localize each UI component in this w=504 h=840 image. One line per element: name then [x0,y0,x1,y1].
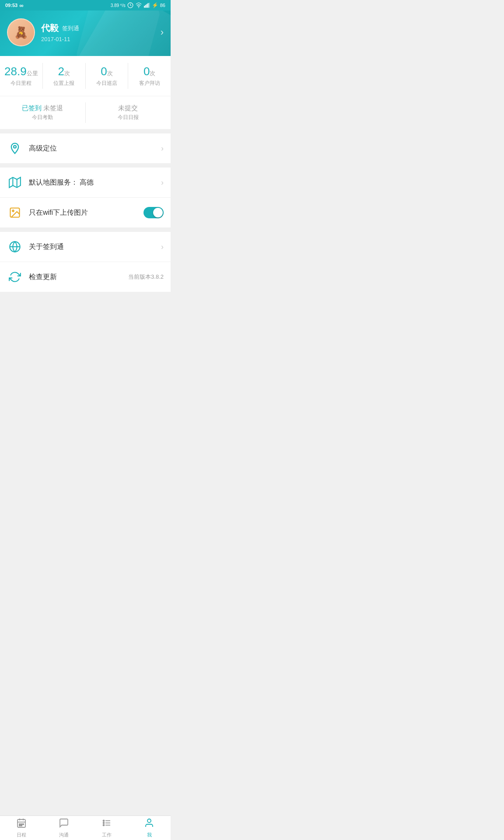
globe-icon [7,239,23,255]
wifi-menu-label: 只在wifi下上传图片 [29,208,144,217]
map-icon [7,175,23,190]
about-chevron-icon: › [161,242,164,252]
svg-rect-4 [146,4,147,7]
stat-patrol: 0次 今日巡店 [86,63,129,89]
menu-item-location[interactable]: 高级定位 › [0,133,171,163]
clock-icon [127,2,133,8]
location-value: 2 [58,65,64,78]
status-bar: 09:53 ∞ 3.89 ᴷ/s ⚡ 86 [0,0,171,10]
svg-rect-2 [144,6,145,7]
attendance-report[interactable]: 未提交 今日日报 [86,102,171,123]
battery-display: 86 [160,3,165,8]
avatar-image: 🧸 [8,19,34,46]
mileage-unit: 公里 [27,70,38,77]
update-menu-label: 检查更新 [29,273,128,282]
divider-3 [0,228,171,232]
user-name: 代毅 [41,22,59,34]
stat-location: 2次 位置上报 [43,63,86,89]
menu-item-update[interactable]: 检查更新 当前版本3.8.2 [0,262,171,292]
location-menu-right: › [161,144,164,153]
menu-item-about[interactable]: 关于签到通 › [0,232,171,262]
refresh-icon [7,269,23,285]
divider-2 [0,163,171,168]
menu-section-3: 关于签到通 › 检查更新 当前版本3.8.2 [0,232,171,292]
time-display: 09:53 [5,3,18,8]
mileage-label: 今日里程 [0,80,42,87]
checkout-status: 未签退 [43,104,63,112]
map-menu-label: 默认地图服务： 高德 [29,178,161,187]
svg-point-12 [12,210,14,212]
stat-visit: 0次 客户拜访 [128,63,171,89]
svg-point-7 [14,146,16,148]
header-banner[interactable]: 🧸 代毅 签到通 2017-01-11 › [0,10,171,56]
checkin-status: 已签到 [22,104,42,112]
wifi-menu-right [144,207,164,218]
report-label: 今日日报 [86,114,171,121]
image-icon [7,205,23,220]
location-label: 位置上报 [43,80,85,87]
visit-label: 客户拜访 [128,80,171,87]
visit-unit: 次 [150,70,155,77]
report-status: 未提交 [118,104,138,112]
profile-chevron-icon[interactable]: › [161,27,164,38]
menu-item-wifi[interactable]: 只在wifi下上传图片 [0,198,171,228]
patrol-value: 0 [101,65,107,78]
update-menu-right: 当前版本3.8.2 [128,273,164,281]
location-unit: 次 [64,70,70,77]
speed-display: 3.89 ᴷ/s [111,3,126,8]
menu-section-2: 默认地图服务： 高德 › 只在wifi下上传图片 [0,168,171,228]
mileage-value: 28.9 [4,65,27,78]
divider-1 [0,129,171,133]
stats-section: 28.9公里 今日里程 2次 位置上报 0次 今日巡店 0次 客户拜访 [0,56,171,96]
about-menu-right: › [161,242,164,252]
location-menu-label: 高级定位 [29,144,161,153]
attendance-section: 已签到 未签退 今日考勤 未提交 今日日报 [0,96,171,129]
attendance-label: 今日考勤 [0,114,85,121]
attendance-checkin[interactable]: 已签到 未签退 今日考勤 [0,102,86,123]
wifi-toggle[interactable] [144,207,164,218]
patrol-label: 今日巡店 [86,80,128,87]
app-tag: 签到通 [62,24,79,32]
version-text: 当前版本3.8.2 [128,273,164,281]
menu-section: 高级定位 › [0,133,171,163]
visit-value: 0 [144,65,150,78]
signal-icon [144,2,150,8]
status-left: 09:53 ∞ [5,2,23,9]
toggle-thumb [153,208,163,217]
stat-mileage: 28.9公里 今日里程 [0,63,43,89]
location-icon [7,140,23,156]
charging-icon: ⚡ [152,2,158,8]
about-menu-label: 关于签到通 [29,242,161,252]
profile-info: 代毅 签到通 2017-01-11 [41,22,154,42]
avatar: 🧸 [7,18,35,46]
svg-marker-8 [9,178,21,188]
svg-rect-3 [145,5,146,7]
infinity-icon: ∞ [19,2,23,9]
map-chevron-icon: › [161,178,164,187]
svg-point-1 [138,7,139,8]
location-chevron-icon: › [161,144,164,153]
wifi-icon [135,2,142,8]
svg-rect-5 [147,3,148,8]
status-right: 3.89 ᴷ/s ⚡ 86 [111,2,165,8]
menu-item-map[interactable]: 默认地图服务： 高德 › [0,168,171,198]
profile-date: 2017-01-11 [41,36,154,42]
map-menu-right: › [161,178,164,187]
patrol-unit: 次 [107,70,113,77]
svg-rect-6 [149,3,150,7]
